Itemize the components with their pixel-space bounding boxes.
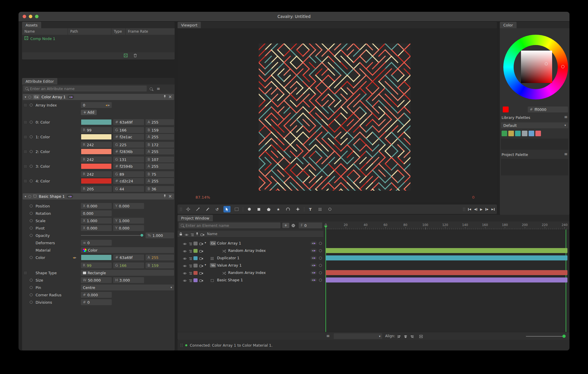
palette-swatch[interactable]	[502, 131, 507, 136]
eye-icon[interactable]	[183, 279, 187, 283]
render-icon[interactable]	[199, 257, 203, 261]
alpha-field[interactable]: A255	[146, 134, 174, 140]
palette-swatch[interactable]	[529, 131, 534, 136]
eye-icon[interactable]	[183, 242, 187, 246]
enable-checkbox[interactable]	[24, 135, 27, 139]
column-path[interactable]: Path	[68, 28, 111, 35]
align-left-icon[interactable]	[397, 335, 401, 339]
hex-field[interactable]: #f2594b	[113, 163, 144, 169]
eye-icon[interactable]	[183, 249, 187, 254]
hierarchy-icon[interactable]	[189, 249, 192, 254]
red-field[interactable]: R99	[81, 127, 112, 133]
timeline-menu-icon[interactable]: ≡	[326, 334, 330, 338]
position-x-field[interactable]: X0.000	[81, 203, 112, 209]
hex-field[interactable]: #f2836b	[113, 149, 144, 154]
minimize-window-button[interactable]	[29, 15, 32, 18]
red-field[interactable]: R205	[81, 186, 112, 192]
column-type[interactable]: Type	[111, 28, 125, 35]
keyframe-toggle[interactable]	[30, 212, 33, 215]
palette-select[interactable]: Default ▾	[501, 122, 568, 128]
palette-swatch[interactable]	[522, 131, 527, 136]
frame-field[interactable]: F0	[299, 222, 322, 228]
green-field[interactable]: G44	[113, 186, 144, 192]
expand-chevron-icon[interactable]: ▾	[205, 263, 206, 266]
shape-type-field[interactable]: Rectangle	[81, 270, 174, 276]
step-back-button[interactable]: ◀	[474, 208, 477, 211]
render-icon[interactable]	[199, 271, 203, 276]
blue-field[interactable]: B172	[146, 142, 174, 148]
trash-icon[interactable]	[133, 54, 137, 58]
row-color-swatch[interactable]	[193, 271, 198, 275]
blue-field[interactable]: B36	[146, 186, 174, 192]
red-field[interactable]: R99	[81, 262, 112, 268]
align-center-icon[interactable]	[404, 335, 407, 339]
color-swatch[interactable]	[81, 163, 112, 169]
connection-arrows-icon[interactable]: ◀▶	[310, 249, 317, 252]
collapse-chevron-icon[interactable]: ▾	[25, 195, 26, 198]
render-icon[interactable]	[199, 242, 203, 246]
keyframe-toggle[interactable]	[30, 279, 33, 282]
keyframe-toggle[interactable]	[28, 96, 31, 99]
pivot-x-field[interactable]: X0.000	[81, 225, 112, 231]
timeline-bar[interactable]	[326, 255, 567, 260]
corner-radius-field[interactable]: #0.000	[81, 292, 112, 298]
saturation-value-square[interactable]	[521, 51, 552, 83]
element-search-field[interactable]	[179, 222, 280, 228]
attribute-search-field[interactable]	[23, 86, 147, 92]
color-swatch[interactable]	[81, 255, 112, 260]
pin-column-icon[interactable]	[196, 232, 198, 237]
collapse-chevron-icon[interactable]: ▾	[25, 96, 26, 99]
add-comp-icon[interactable]	[124, 54, 128, 58]
pen-tool-icon[interactable]	[194, 206, 201, 212]
timeline-bar[interactable]	[326, 248, 567, 253]
rectangle-shape-icon[interactable]	[255, 206, 263, 212]
keyframe-toggle[interactable]	[319, 257, 322, 260]
target-tool-icon[interactable]	[185, 206, 192, 212]
tab-color[interactable]: Color	[500, 22, 517, 28]
keyframe-toggle[interactable]	[30, 121, 33, 124]
array-index-field[interactable]: 0 ◀▶	[81, 102, 112, 108]
connection-arrows-icon[interactable]: ◀▶	[310, 241, 317, 245]
blue-field[interactable]: B159	[146, 127, 174, 133]
timeline-bar[interactable]	[326, 277, 567, 282]
filter-menu-icon[interactable]: ≡	[157, 87, 160, 91]
stepper-arrows-icon[interactable]: ◀▶	[105, 104, 110, 107]
hierarchy-icon[interactable]	[189, 257, 192, 261]
element-search-input[interactable]	[186, 223, 278, 228]
keyframe-toggle[interactable]	[30, 179, 33, 182]
connection-arrows-icon[interactable]: ◀▶	[67, 195, 73, 198]
expand-chevron-icon[interactable]: ▾	[205, 241, 206, 244]
lock-icon[interactable]	[179, 232, 182, 237]
row-color-swatch[interactable]	[193, 264, 198, 267]
green-field[interactable]: G166	[113, 127, 144, 133]
timeline-zoom-slider[interactable]	[526, 336, 564, 337]
hierarchy-column-icon[interactable]	[191, 233, 194, 237]
pin-icon[interactable]	[163, 194, 166, 199]
eye-icon[interactable]	[183, 257, 187, 261]
opacity-slider-knob[interactable]	[141, 234, 143, 237]
enable-checkbox[interactable]	[24, 271, 27, 275]
keyframe-toggle[interactable]	[30, 135, 33, 138]
tab-assets[interactable]: Assets	[22, 22, 41, 28]
eye-icon[interactable]	[183, 264, 187, 268]
step-forward-button[interactable]: ▶	[485, 208, 488, 211]
row-color-swatch[interactable]	[193, 278, 198, 282]
create-element-button[interactable]: +	[282, 223, 289, 228]
scale-y-field[interactable]: Y1.000	[113, 218, 144, 224]
opacity-field[interactable]: %1.000	[146, 232, 174, 238]
color-swatch[interactable]	[81, 149, 112, 154]
align-right-icon[interactable]	[410, 335, 414, 339]
row-color-swatch[interactable]	[193, 242, 198, 245]
opacity-slider[interactable]	[81, 235, 143, 236]
keyframe-toggle[interactable]	[30, 293, 33, 296]
close-section-icon[interactable]: ×	[168, 95, 172, 99]
polygon-shape-icon[interactable]	[265, 206, 272, 212]
red-field[interactable]: R242	[81, 142, 112, 148]
enable-checkbox[interactable]	[24, 179, 27, 183]
green-field[interactable]: G225	[113, 142, 144, 148]
green-field[interactable]: G131	[113, 157, 144, 162]
name-column-header[interactable]: Name	[207, 232, 217, 236]
row-color-swatch[interactable]	[193, 256, 198, 260]
render-column-icon[interactable]	[201, 233, 204, 237]
keyframe-toggle[interactable]	[30, 227, 33, 230]
